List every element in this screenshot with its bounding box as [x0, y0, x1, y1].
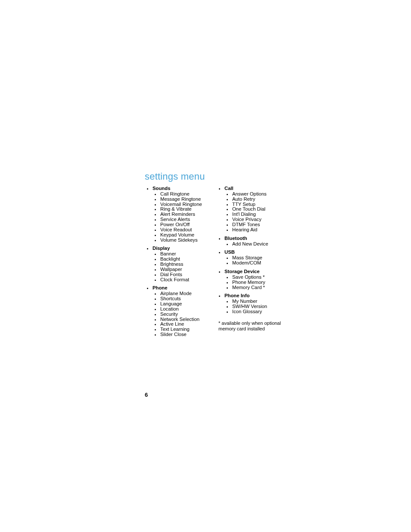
- section-call: Call Answer Options Auto Retry TTY Setup…: [224, 186, 281, 233]
- list-item: Save Options *: [232, 275, 281, 280]
- list-item: Message Ringtone: [160, 197, 209, 202]
- section-sounds: Sounds Call Ringtone Message Ringtone Vo…: [153, 186, 209, 243]
- section-title: Call: [224, 186, 234, 191]
- menu-columns: Sounds Call Ringtone Message Ringtone Vo…: [146, 186, 281, 341]
- page-number: 6: [145, 392, 148, 398]
- list-item: Answer Options: [232, 192, 281, 197]
- section-phone: Phone Airplane Mode Shortcuts Language L…: [153, 286, 209, 337]
- list-item: Security: [160, 312, 209, 317]
- item-list: Save Options * Phone Memory Memory Card …: [224, 275, 281, 290]
- section-list: Call Answer Options Auto Retry TTY Setup…: [218, 186, 281, 314]
- list-item: Clock Format: [160, 277, 209, 283]
- list-item: Dial Fonts: [160, 272, 209, 277]
- section-title: Bluetooth: [224, 236, 247, 241]
- list-item: Hearing Aid: [232, 227, 281, 233]
- column-2: Call Answer Options Auto Retry TTY Setup…: [218, 186, 281, 341]
- section-display: Display Banner Backlight Brightness Wall…: [153, 246, 209, 282]
- list-item: Wallpaper: [160, 267, 209, 272]
- section-usb: USB Mass Storage Modem/COM: [224, 250, 281, 266]
- item-list: My Number SW/HW Version Icon Glossary: [224, 299, 281, 314]
- list-item: Modem/COM: [232, 261, 281, 266]
- item-list: Airplane Mode Shortcuts Language Locatio…: [153, 291, 209, 337]
- section-bluetooth: Bluetooth Add New Device: [224, 236, 281, 247]
- list-item: Voice Readout: [160, 227, 209, 233]
- page-title: settings menu: [145, 171, 205, 182]
- item-list: Call Ringtone Message Ringtone Voicemail…: [153, 192, 209, 243]
- document-page: settings menu Sounds Call Ringtone Messa…: [0, 0, 411, 532]
- list-item: Memory Card *: [232, 285, 281, 290]
- item-list: Answer Options Auto Retry TTY Setup One …: [224, 192, 281, 233]
- footnote: * available only when optional memory ca…: [218, 320, 281, 331]
- section-storage-device: Storage Device Save Options * Phone Memo…: [224, 269, 281, 290]
- section-title: Display: [153, 246, 170, 251]
- list-item: Volume Sidekeys: [160, 238, 209, 243]
- section-title: Phone: [153, 285, 168, 290]
- column-1: Sounds Call Ringtone Message Ringtone Vo…: [146, 186, 209, 341]
- list-item: Slider Close: [160, 332, 209, 337]
- item-list: Banner Backlight Brightness Wallpaper Di…: [153, 252, 209, 282]
- list-item: Keypad Volume: [160, 233, 209, 238]
- list-item: Auto Retry: [232, 197, 281, 202]
- list-item: Location: [160, 307, 209, 312]
- section-title: USB: [224, 249, 235, 255]
- list-item: Call Ringtone: [160, 192, 209, 197]
- section-title: Phone Info: [224, 293, 249, 298]
- section-phone-info: Phone Info My Number SW/HW Version Icon …: [224, 293, 281, 314]
- section-title: Sounds: [153, 186, 170, 191]
- list-item: Add New Device: [232, 242, 281, 247]
- list-item: Phone Memory: [232, 280, 281, 285]
- item-list: Mass Storage Modem/COM: [224, 255, 281, 266]
- section-title: Storage Device: [224, 269, 260, 274]
- item-list: Add New Device: [224, 242, 281, 247]
- list-item: Icon Glossary: [232, 309, 281, 314]
- section-list: Sounds Call Ringtone Message Ringtone Vo…: [146, 186, 209, 337]
